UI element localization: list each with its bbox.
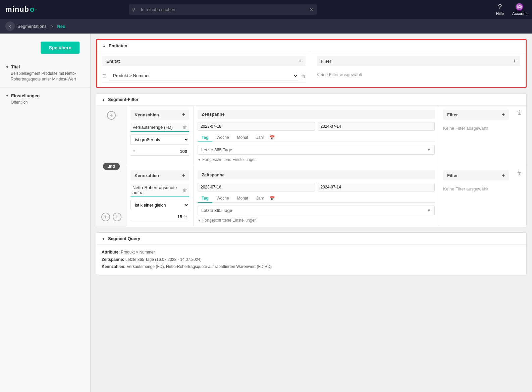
entity-add-button[interactable]: + [299, 58, 302, 64]
calendar-icon-1[interactable]: 📅 [269, 135, 275, 140]
no-filter-text: Keine Filter ausgewählt [317, 69, 520, 80]
settings-value: Öffentlich [5, 100, 85, 105]
sidebar-settings-header[interactable]: ▼ Einstellungen [5, 93, 85, 98]
date-range-2 [198, 183, 435, 191]
calendar-icon-2[interactable]: 📅 [269, 196, 275, 201]
entitaeten-card: ▲ Entitäten Entität + ☰ Produkt > Nummer [96, 39, 527, 88]
date-to-2[interactable] [318, 183, 435, 191]
add-below-left-button[interactable]: + [101, 213, 110, 221]
date-from-2[interactable] [198, 183, 315, 191]
segment-filter-title: Segment-Filter [108, 97, 139, 102]
condition-select-1[interactable]: ist größer als [130, 134, 189, 145]
delete-row-1[interactable]: 🗑 [513, 106, 526, 166]
title-collapse-icon: ▼ [5, 65, 9, 69]
logo-dot: o [30, 5, 35, 14]
tab-monat-1[interactable]: Monat [233, 133, 252, 142]
kennzahlen-block-1: Kennzahlen + Verkaufsmenge (FD) 🗑 ist gr… [126, 106, 194, 166]
tab-woche-1[interactable]: Woche [212, 133, 233, 142]
entity-select[interactable]: Produkt > Nummer [109, 71, 298, 80]
sidebar-settings-section: ▼ Einstellungen Öffentlich [0, 91, 90, 108]
tab-tag-1[interactable]: Tag [198, 133, 212, 142]
und-badge: und [103, 163, 120, 170]
metric-field-1: Verkaufsmenge (FD) 🗑 [130, 123, 189, 132]
attribute-label: Attribute: [102, 250, 120, 255]
help-icon: ? [498, 3, 502, 11]
entitaeten-collapse-icon: ▲ [102, 44, 106, 48]
filter-col-label: Filter [321, 59, 331, 64]
query-row-zeitspanne: Zeitspanne: Letzte 365 Tage (16.07.2023 … [102, 256, 521, 264]
metric-text-2: Netto-Rohertragsquote auf ra [132, 185, 182, 195]
filter-add-button[interactable]: + [513, 58, 516, 64]
zeitspanne-query-value: Letzte 365 Tage (16.07.2023 - 14.07.2024… [125, 257, 202, 262]
value-num-2: 15 [177, 214, 182, 219]
sidebar-divider-1 [0, 88, 90, 88]
entity-delete-icon[interactable]: 🗑 [301, 73, 306, 79]
entity-col-label: Entität [106, 59, 120, 64]
segment-query-card: ▼ Segment Query Attribute: Produkt > Num… [96, 232, 527, 275]
value-field-1: # 100 [130, 148, 189, 156]
sidebar-title-section: ▼ Titel Beispielsegment Produkte mit Net… [0, 62, 90, 85]
kennzahlen-add-1[interactable]: + [182, 112, 185, 118]
advanced-link-1[interactable]: ▼ Fortgeschrittene Einstellungen [198, 157, 435, 162]
kennzahlen-query-value: Verkaufsmenge (FD), Netto-Rohertragsquot… [127, 264, 272, 269]
delete-row-2[interactable]: 🗑 [513, 166, 526, 227]
segment-filter-header[interactable]: ▲ Segment-Filter [96, 94, 526, 106]
entity-drag-icon: ☰ [102, 73, 106, 78]
filter-column: Filter + Keine Filter ausgewählt [311, 52, 526, 87]
sidebar-title-header[interactable]: ▼ Titel [5, 64, 85, 69]
kennzahlen-add-2[interactable]: + [182, 172, 185, 178]
top-navigation: minubo· ⚲ ✕ ? Hilfe ♒ Account [0, 0, 532, 19]
period-dropdown-2[interactable]: Letzte 365 Tage ▼ [198, 206, 435, 215]
no-filter-text-2: Keine Filter ausgewählt [443, 184, 509, 194]
kennzahlen-label-1: Kennzahlen [135, 112, 159, 117]
tab-tag-2[interactable]: Tag [198, 194, 212, 203]
query-row-kennzahlen: Kennzahlen: Verkaufsmenge (FD), Netto-Ro… [102, 263, 521, 271]
filter-header-2: Filter + [443, 170, 509, 180]
tab-monat-2[interactable]: Monat [233, 194, 252, 203]
date-from-1[interactable] [198, 122, 315, 131]
account-icon: ♒ [515, 3, 524, 11]
title-section-label: Titel [11, 64, 20, 69]
search-clear-icon[interactable]: ✕ [310, 7, 313, 12]
tab-jahr-1[interactable]: Jahr [252, 133, 268, 142]
metric-text-1: Verkaufsmenge (FD) [132, 125, 182, 130]
content-area: ▲ Entitäten Entität + ☰ Produkt > Nummer [91, 34, 532, 392]
settings-section-label: Einstellungen [11, 93, 40, 98]
date-range-1 [198, 122, 435, 131]
filter-block-2: Filter + Keine Filter ausgewählt [439, 166, 513, 227]
zeitspanne-label-2: Zeitspanne [202, 172, 225, 177]
advanced-link-2[interactable]: ▼ Fortgeschrittene Einstellungen [198, 218, 435, 223]
period-tabs-2: Tag Woche Monat Jahr 📅 [198, 194, 435, 203]
segment-query-header[interactable]: ▼ Segment Query [96, 233, 526, 245]
breadcrumb-bar: ‹ Segmentations > Neu [0, 19, 532, 34]
breadcrumb-back-button[interactable]: ‹ [5, 21, 15, 31]
save-button[interactable]: Speichern [41, 42, 79, 54]
help-nav-item[interactable]: ? Hilfe [496, 3, 504, 16]
condition-select-2[interactable]: ist kleiner gleich [130, 200, 189, 210]
tab-woche-2[interactable]: Woche [212, 194, 233, 203]
kennzahlen-query-label: Kennzahlen: [102, 264, 125, 269]
advanced-arrow-2: ▼ [198, 219, 201, 222]
add-above-button[interactable]: + [107, 111, 116, 120]
tab-jahr-2[interactable]: Jahr [252, 194, 268, 203]
add-below-right-button[interactable]: + [113, 213, 121, 221]
date-to-1[interactable] [318, 122, 435, 131]
metric-delete-2[interactable]: 🗑 [182, 187, 187, 193]
filter-add-2[interactable]: + [502, 172, 505, 178]
account-nav-item[interactable]: ♒ Account [512, 3, 527, 16]
period-dropdown-1[interactable]: Letzte 365 Tage ▼ [198, 145, 435, 155]
search-input[interactable] [129, 4, 317, 15]
entity-column: Entität + ☰ Produkt > Nummer 🗑 [97, 52, 311, 87]
logo-text: minub [5, 5, 29, 14]
segment-filter-content: + und + + Ke [96, 106, 526, 227]
entitaeten-card-header[interactable]: ▲ Entitäten [97, 40, 526, 52]
zeitspanne-header-2: Zeitspanne [198, 170, 435, 179]
metric-delete-1[interactable]: 🗑 [182, 124, 187, 130]
zeitspanne-block-1: Zeitspanne Tag Woche Monat Jahr [194, 106, 439, 166]
filter-add-1[interactable]: + [502, 112, 505, 118]
period-dropdown-arrow-1: ▼ [427, 147, 431, 152]
filter-label-1: Filter [447, 112, 458, 117]
zeitspanne-query-label: Zeitspanne: [102, 257, 124, 262]
no-filter-text-1: Keine Filter ausgewählt [443, 123, 509, 133]
breadcrumb-separator: > [51, 24, 53, 29]
